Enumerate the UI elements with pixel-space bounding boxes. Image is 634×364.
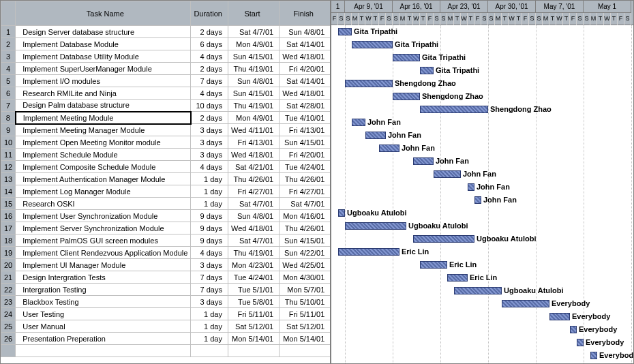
- gantt-bar[interactable]: John Fan: [468, 183, 474, 191]
- cell-finish[interactable]: Wed 4/18/01: [280, 50, 331, 63]
- cell-finish[interactable]: Sun 4/15/01: [280, 136, 331, 149]
- cell-finish[interactable]: Sun 4/8/01: [280, 26, 331, 38]
- cell-finish[interactable]: Fri 4/20/01: [280, 149, 331, 161]
- cell-start[interactable]: Mon 4/9/01: [228, 112, 279, 124]
- cell-task-name[interactable]: Implement PalmOS GUI screen modules: [16, 234, 191, 247]
- cell-start[interactable]: Sat 4/7/01: [228, 26, 279, 38]
- table-row[interactable]: 9Implement Meeting Manager Module3 daysW…: [1, 124, 331, 136]
- cell-task-name[interactable]: Implement UI Manager Module: [16, 259, 191, 271]
- table-row[interactable]: 13Implement Authentication Manager Modul…: [1, 173, 331, 185]
- cell-task-name[interactable]: Implement Log Manager Module: [16, 185, 191, 198]
- cell-duration[interactable]: 3 days: [191, 124, 228, 136]
- gantt-row[interactable]: Ugboaku Atulobi: [331, 219, 633, 232]
- cell-duration[interactable]: 3 days: [191, 296, 228, 308]
- cell-duration[interactable]: 7 days: [191, 284, 228, 296]
- table-row[interactable]: 4Implement SuperUserManager Module2 days…: [1, 63, 331, 75]
- cell-task-name[interactable]: User Manual: [16, 320, 191, 333]
- row-number[interactable]: 15: [1, 198, 16, 210]
- cell-finish[interactable]: Wed 4/25/01: [280, 259, 331, 271]
- cell-task-name[interactable]: User Testing: [16, 308, 191, 320]
- table-row[interactable]: 23Blackbox Testing3 daysTue 5/8/01Thu 5/…: [1, 296, 331, 308]
- cell-task-name[interactable]: Implement Database Utility Module: [16, 50, 191, 63]
- gantt-body[interactable]: Gita TripathiGita TripathiGita TripathiG…: [331, 25, 633, 363]
- row-number[interactable]: 11: [1, 149, 16, 161]
- cell-task-name[interactable]: Design Server database structure: [16, 26, 191, 38]
- table-row[interactable]: 15Research OSKI1 daySat 4/7/01Sat 4/7/01: [1, 198, 331, 210]
- cell-finish[interactable]: Wed 4/18/01: [280, 87, 331, 100]
- table-row[interactable]: 2Implement Database Module6 daysMon 4/9/…: [1, 38, 331, 50]
- gantt-bar[interactable]: Gita Tripathi: [338, 28, 352, 35]
- row-number[interactable]: 21: [1, 271, 16, 284]
- cell-start[interactable]: Fri 4/27/01: [228, 185, 279, 198]
- gantt-row[interactable]: Everybody: [331, 349, 633, 362]
- cell-duration[interactable]: 4 days: [191, 87, 228, 100]
- gantt-pane[interactable]: 1Apr 9, '01Apr 16, '01Apr 23, '01Apr 30,…: [331, 1, 633, 363]
- gantt-bar[interactable]: Shengdong Zhao: [345, 80, 393, 87]
- cell-finish[interactable]: Sat 5/12/01: [280, 320, 331, 333]
- table-row[interactable]: 25User Manual1 daySat 5/12/01Sat 5/12/01: [1, 320, 331, 333]
- col-header-duration[interactable]: Duration: [191, 1, 228, 26]
- cell-duration[interactable]: 1 day: [191, 308, 228, 320]
- gantt-row[interactable]: Ugboaku Atulobi: [331, 232, 633, 245]
- cell-task-name[interactable]: Implement Server Synchronization Module: [16, 222, 191, 234]
- gantt-bar[interactable]: John Fan: [365, 132, 386, 139]
- cell-finish[interactable]: Mon 5/14/01: [280, 333, 331, 345]
- row-number[interactable]: 8: [1, 112, 16, 124]
- cell-start[interactable]: Thu 4/26/01: [228, 173, 279, 185]
- gantt-bar[interactable]: John Fan: [352, 119, 365, 126]
- cell-finish[interactable]: Sat 4/28/01: [280, 100, 331, 112]
- row-number[interactable]: 25: [1, 320, 16, 333]
- gantt-row[interactable]: Gita Tripathi: [331, 64, 633, 77]
- cell-start[interactable]: Sat 4/21/01: [228, 161, 279, 173]
- gantt-row[interactable]: Eric Lin: [331, 245, 633, 258]
- cell-duration[interactable]: 3 days: [191, 259, 228, 271]
- row-number[interactable]: 26: [1, 333, 16, 345]
- cell-task-name[interactable]: Blackbox Testing: [16, 296, 191, 308]
- row-number[interactable]: 13: [1, 173, 16, 185]
- corner-cell[interactable]: [1, 1, 16, 26]
- gantt-bar[interactable]: Shengdong Zhao: [420, 106, 488, 113]
- table-row[interactable]: 8Implement Meeting Module2 daysMon 4/9/0…: [1, 112, 331, 124]
- row-number[interactable]: 16: [1, 210, 16, 222]
- task-table[interactable]: Task Name Duration Start Finish 1Design …: [1, 1, 331, 357]
- cell-duration[interactable]: 10 days: [191, 100, 228, 112]
- row-number[interactable]: 4: [1, 63, 16, 75]
- gantt-bar[interactable]: Everybody: [549, 313, 570, 320]
- cell-task-name[interactable]: Intergration Testing: [16, 284, 191, 296]
- gantt-row[interactable]: John Fan: [331, 129, 633, 142]
- gantt-bar[interactable]: Eric Lin: [338, 248, 399, 256]
- cell-task-name[interactable]: Research OSKI: [16, 198, 191, 210]
- gantt-bar[interactable]: Everybody: [570, 326, 577, 333]
- table-row[interactable]: 22Intergration Testing7 daysTue 5/1/01Mo…: [1, 284, 331, 296]
- cell-finish[interactable]: Thu 4/26/01: [280, 222, 331, 234]
- cell-finish[interactable]: Thu 5/10/01: [280, 296, 331, 308]
- cell-duration[interactable]: 1 day: [191, 185, 228, 198]
- table-row[interactable]: 19Implement Client Rendezvous Applicatio…: [1, 247, 331, 259]
- gantt-bar[interactable]: John Fan: [379, 145, 399, 152]
- gantt-row[interactable]: John Fan: [331, 116, 633, 129]
- cell-finish[interactable]: Fri 5/11/01: [280, 308, 331, 320]
- cell-start[interactable]: Mon 4/9/01: [228, 38, 279, 50]
- gantt-row[interactable]: Shengdong Zhao: [331, 103, 633, 116]
- table-row[interactable]: 12Implement Composite Schedule Module4 d…: [1, 161, 331, 173]
- cell-start[interactable]: Sun 4/15/01: [228, 50, 279, 63]
- cell-start[interactable]: Tue 4/24/01: [228, 271, 279, 284]
- cell-duration[interactable]: 1 day: [191, 320, 228, 333]
- gantt-bar[interactable]: Eric Lin: [420, 261, 447, 269]
- gantt-bar[interactable]: Ugboaku Atulobi: [345, 222, 406, 230]
- cell-finish[interactable]: Fri 4/13/01: [280, 124, 331, 136]
- cell-duration[interactable]: 4 days: [191, 247, 228, 259]
- gantt-row[interactable]: Gita Tripathi: [331, 51, 633, 64]
- cell-task-name[interactable]: Implement Open Meeting Monitor module: [16, 136, 191, 149]
- cell-start[interactable]: Thu 4/19/01: [228, 247, 279, 259]
- gantt-row[interactable]: Ugboaku Atulobi: [331, 207, 633, 219]
- table-row[interactable]: 24User Testing1 dayFri 5/11/01Fri 5/11/0…: [1, 308, 331, 320]
- cell-duration[interactable]: 9 days: [191, 210, 228, 222]
- table-row[interactable]: 7Design Palm database structure10 daysTh…: [1, 100, 331, 112]
- table-row[interactable]: 17Implement Server Synchronization Modul…: [1, 222, 331, 234]
- gantt-row[interactable]: John Fan: [331, 142, 633, 155]
- cell-finish[interactable]: Mon 5/7/01: [280, 284, 331, 296]
- row-number[interactable]: 17: [1, 222, 16, 234]
- cell-start[interactable]: Sun 4/15/01: [228, 87, 279, 100]
- gantt-row[interactable]: Everybody: [331, 323, 633, 336]
